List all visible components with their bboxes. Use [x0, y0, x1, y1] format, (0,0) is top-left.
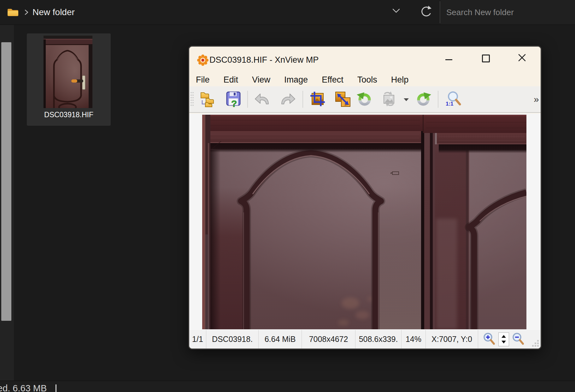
vertical-scrollbar-thumb[interactable] — [1, 42, 11, 321]
resize-icon[interactable] — [334, 91, 351, 107]
window-resize-grip[interactable] — [532, 340, 539, 347]
maximize-button[interactable] — [482, 55, 490, 62]
menu-effect[interactable]: Effect — [322, 75, 343, 85]
file-thumbnail-door-photo — [44, 36, 92, 108]
menu-image[interactable]: Image — [284, 75, 308, 85]
minimize-icon — [445, 59, 452, 60]
menu-help[interactable]: Help — [391, 75, 409, 85]
zoom-out-icon[interactable] — [512, 332, 525, 346]
image-viewer-canvas — [189, 113, 541, 330]
status-cursor-coords: X:7007, Y:0 — [426, 330, 478, 349]
menu-view[interactable]: View — [252, 75, 270, 85]
xnview-app-icon — [197, 54, 209, 66]
status-dimensions: 7008x4672 — [302, 330, 355, 349]
rotate-right-icon[interactable] — [415, 91, 432, 107]
xnview-titlebar: DSC03918.HIF - XnView MP — [189, 47, 541, 73]
browser-icon[interactable] — [200, 91, 217, 107]
folder-icon — [7, 7, 19, 17]
save-icon[interactable]: ? — [225, 91, 242, 107]
undo-icon[interactable] — [254, 91, 270, 107]
status-page-count: 1/1 — [189, 330, 206, 349]
status-zoom-controls — [478, 330, 541, 349]
explorer-header: New folder — [0, 0, 575, 25]
toolbar-separator — [302, 91, 303, 108]
explorer-status-text: ed. 6.63 MB — [0, 383, 47, 392]
zoom-actual-label: 1:1 — [446, 101, 454, 107]
window-title: DSC03918.HIF - XnView MP — [209, 47, 319, 73]
crop-icon[interactable] — [309, 91, 326, 107]
close-icon — [519, 55, 525, 61]
toolbar-separator — [247, 91, 248, 108]
redo-icon[interactable] — [280, 91, 296, 107]
status-zoom-level: 14% — [402, 330, 426, 349]
svg-text:?: ? — [231, 98, 237, 107]
close-button[interactable] — [518, 54, 526, 62]
stepper-down-icon[interactable] — [502, 341, 506, 343]
stepper-up-icon[interactable] — [502, 335, 506, 338]
file-tile[interactable]: DSC03918.HIF — [27, 33, 111, 126]
zoom-stepper[interactable] — [498, 332, 509, 346]
toolbar-overflow-chevron[interactable]: » — [534, 94, 539, 105]
rotate-dropdown-arrow[interactable] — [403, 98, 409, 101]
menu-file[interactable]: File — [196, 75, 210, 85]
zoom-in-icon[interactable] — [483, 332, 496, 346]
address-dropdown-chevron-icon[interactable] — [392, 9, 401, 14]
xnview-toolbar: ? — [189, 86, 541, 113]
breadcrumb-chevron-icon[interactable] — [25, 9, 29, 16]
toolbar-separator — [438, 91, 438, 108]
rotate-left-icon[interactable] — [356, 91, 373, 107]
rotate-custom-icon[interactable] — [381, 91, 397, 107]
xnview-statusbar: 1/1 DSC03918. 6.64 MiB 7008x4672 508.6x3… — [189, 330, 541, 349]
xnview-window: DSC03918.HIF - XnView MP File Edit View … — [188, 46, 542, 349]
refresh-icon[interactable] — [420, 5, 432, 19]
file-name-label: DSC03918.HIF — [27, 111, 111, 119]
menu-tools[interactable]: Tools — [357, 75, 377, 85]
status-filesize: 6.64 MiB — [259, 330, 302, 349]
toolbar-grip-handle[interactable] — [190, 91, 194, 108]
header-divider — [440, 1, 440, 23]
status-filename: DSC03918. — [206, 330, 259, 349]
minimize-button[interactable] — [441, 52, 457, 67]
explorer-statusbar — [0, 381, 575, 392]
photo-wooden-doors — [202, 115, 526, 329]
status-separator-bar — [56, 384, 56, 392]
screen: New folder — [0, 0, 575, 392]
breadcrumb-folder[interactable]: New folder — [32, 0, 75, 25]
xnview-menubar: File Edit View Image Effect Tools Help — [189, 73, 541, 86]
status-print-size: 508.6x339. — [355, 330, 402, 349]
menu-edit[interactable]: Edit — [224, 75, 238, 85]
search-input[interactable] — [441, 0, 575, 25]
